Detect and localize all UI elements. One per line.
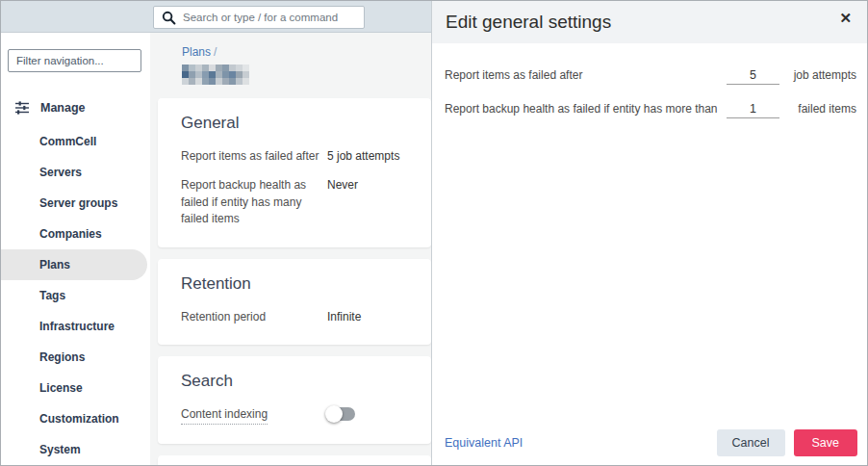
general-row-failed-after: Report items as failed after 5 job attem… — [181, 148, 408, 165]
sidebar-item-customization[interactable]: Customization — [1, 403, 150, 434]
retention-row-period: Retention period Infinite — [181, 309, 408, 325]
equivalent-api-link[interactable]: Equivalent API — [445, 436, 717, 450]
search-card: Search Content indexing — [158, 356, 431, 444]
retention-card: Retention Retention period Infinite — [158, 259, 431, 345]
plan-details-pane: Plans/ General Report items as failed af… — [150, 33, 431, 466]
close-icon[interactable]: ✕ — [835, 7, 855, 29]
sidebar-nav: CommCellServersServer groupsCompaniesPla… — [1, 126, 150, 465]
panel-header: Edit general settings ✕ — [432, 1, 868, 43]
toggle-knob — [325, 405, 343, 423]
sidebar-item-companies[interactable]: Companies — [1, 219, 150, 249]
sidebar-item-license[interactable]: License — [1, 373, 150, 403]
command-search[interactable] — [153, 6, 365, 29]
panel-title: Edit general settings — [446, 12, 835, 33]
next-card-partial — [158, 455, 431, 466]
sidebar-item-system[interactable]: System — [1, 434, 150, 465]
general-card-title: General — [181, 114, 408, 133]
sidebar-section-manage[interactable]: Manage — [1, 94, 150, 121]
sidebar-item-regions[interactable]: Regions — [1, 342, 150, 373]
sidebar-item-server-groups[interactable]: Server groups — [1, 188, 150, 219]
sidebar-item-servers[interactable]: Servers — [1, 157, 150, 188]
content-indexing-toggle[interactable] — [327, 407, 355, 421]
retention-card-title: Retention — [181, 274, 408, 294]
app-window: Manage CommCellServersServer groupsCompa… — [0, 0, 868, 466]
breadcrumb: Plans/ — [150, 33, 431, 59]
sidebar: Manage CommCellServersServer groupsCompa… — [1, 33, 150, 466]
sidebar-section-label: Manage — [40, 101, 86, 115]
panel-body: Report items as failed after job attempt… — [432, 43, 868, 118]
job-attempts-input[interactable] — [727, 66, 779, 85]
sidebar-item-plans[interactable]: Plans — [1, 249, 147, 280]
edit-general-settings-panel: Edit general settings ✕ Report items as … — [431, 1, 868, 466]
search-input[interactable] — [183, 12, 356, 23]
breadcrumb-separator: / — [214, 45, 217, 59]
top-bar — [1, 1, 431, 33]
field-backup-health: Report backup health as failed if entity… — [445, 100, 856, 118]
search-row-content-indexing: Content indexing — [181, 406, 408, 425]
sidebar-item-commcell[interactable]: CommCell — [1, 126, 150, 157]
general-row-backup-health: Report backup health as failed if entity… — [181, 177, 408, 227]
general-card: General Report items as failed after 5 j… — [158, 98, 431, 247]
filter-navigation-input[interactable] — [8, 49, 141, 72]
panel-footer: Equivalent API Cancel Save — [432, 419, 868, 466]
sidebar-item-infrastructure[interactable]: Infrastructure — [1, 311, 150, 342]
search-card-title: Search — [181, 372, 408, 391]
save-button[interactable]: Save — [794, 429, 858, 456]
search-icon — [162, 11, 176, 25]
failed-items-input[interactable] — [727, 100, 779, 118]
sliders-icon — [14, 100, 30, 116]
field-report-items-failed: Report items as failed after job attempt… — [445, 66, 856, 85]
redacted-plan-name — [182, 65, 249, 85]
breadcrumb-plans-link[interactable]: Plans — [182, 45, 211, 59]
sidebar-item-tags[interactable]: Tags — [1, 280, 150, 311]
cancel-button[interactable]: Cancel — [717, 429, 785, 456]
